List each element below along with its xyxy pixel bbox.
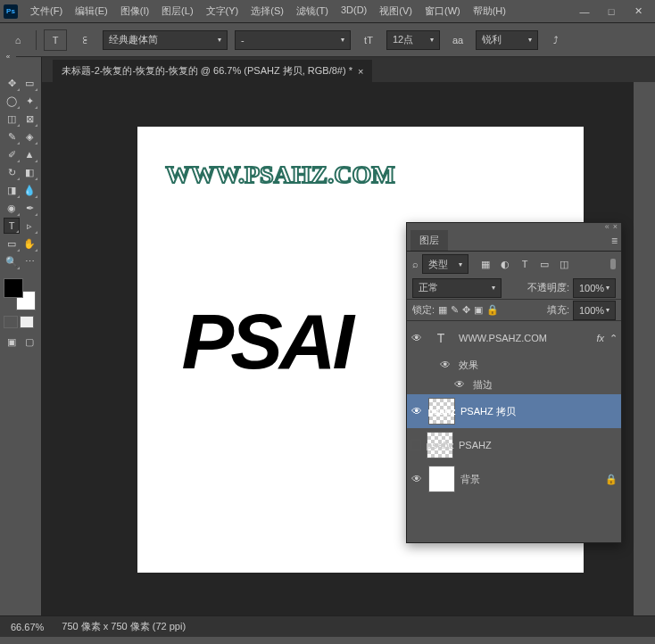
menu-window[interactable]: 窗口(W)	[419, 2, 466, 21]
stamp-tool[interactable]: ▲	[21, 146, 37, 162]
eraser-tool[interactable]: ◧	[21, 164, 37, 180]
lock-trans-icon[interactable]: ▦	[438, 304, 447, 316]
layer-name[interactable]: 背景	[460, 473, 480, 486]
lock-pixel-icon[interactable]: ✎	[451, 304, 459, 316]
tool-preset-icon[interactable]: T	[44, 29, 67, 51]
collapse-icon[interactable]: «	[605, 222, 609, 231]
layer-name[interactable]: WWW.PSAHZ.COM	[459, 333, 547, 343]
menu-view[interactable]: 视图(V)	[374, 2, 418, 21]
fx-stroke-row[interactable]: 👁 描边	[407, 375, 621, 394]
zoom-tool[interactable]: 🔍	[4, 253, 20, 269]
menu-select[interactable]: 选择(S)	[245, 2, 289, 21]
crop-tool[interactable]: ◫	[4, 111, 20, 127]
filter-shape-icon[interactable]: ▭	[538, 258, 551, 270]
move-tool[interactable]: ✥	[4, 75, 20, 91]
text-orient-icon[interactable]: ⫕	[74, 29, 95, 51]
mode-icon[interactable]: ▣	[4, 334, 20, 350]
visibility-icon[interactable]: 👁	[410, 332, 423, 344]
visibility-icon[interactable]: 👁	[453, 378, 466, 391]
fx-effect-row[interactable]: 👁 效果	[407, 355, 621, 375]
edit-toolbar[interactable]: ⋯	[21, 253, 37, 269]
menu-help[interactable]: 帮助(H)	[468, 2, 511, 21]
visibility-icon[interactable]	[410, 440, 421, 450]
shape-tool[interactable]: ▭	[4, 235, 20, 252]
layer-name[interactable]: PSAHZ	[459, 440, 492, 450]
lock-artboard-icon[interactable]: ▣	[474, 304, 483, 316]
home-icon[interactable]: ⌂	[7, 29, 29, 51]
font-style-dropdown[interactable]: ▾	[235, 30, 351, 50]
fill-dropdown[interactable]: 100%▾	[573, 301, 616, 320]
layers-tab[interactable]: 图层	[410, 230, 448, 251]
tab-close-icon[interactable]: ×	[358, 66, 363, 77]
quick-select-tool[interactable]: ✦	[21, 93, 37, 109]
antialias-dropdown[interactable]: ▾	[476, 30, 538, 50]
heal-tool[interactable]: ◈	[21, 128, 37, 144]
mode2-icon[interactable]: ▢	[21, 334, 37, 350]
lock-pos-icon[interactable]: ✥	[462, 304, 470, 316]
layer-thumbnail[interactable]	[428, 466, 455, 492]
font-size-dropdown[interactable]: ▾	[386, 30, 440, 50]
lock-all-icon[interactable]: 🔒	[486, 304, 499, 316]
visibility-icon[interactable]: 👁	[410, 405, 423, 417]
lasso-tool[interactable]: ◯	[4, 93, 20, 109]
titlebar: Ps 文件(F) 编辑(E) 图像(I) 图层(L) 文字(Y) 选择(S) 滤…	[0, 0, 655, 23]
filter-type-dropdown[interactable]: 类型▾	[422, 254, 468, 274]
maximize-button[interactable]: □	[598, 2, 625, 21]
filter-pixel-icon[interactable]: ▦	[479, 258, 492, 270]
menu-file[interactable]: 文件(F)	[25, 2, 68, 21]
document-tab[interactable]: 未标题-2-恢复的-恢复的-恢复的 @ 66.7% (PSAHZ 拷贝, RGB…	[53, 60, 372, 82]
collapse-toolbar-icon[interactable]: «	[0, 50, 16, 62]
doc-dimensions[interactable]: 750 像素 x 750 像素 (72 ppi)	[62, 620, 186, 633]
foreground-color-swatch[interactable]	[4, 278, 23, 298]
marquee-tool[interactable]: ▭	[21, 75, 37, 91]
layer-thumbnail[interactable]: psahz	[427, 432, 453, 458]
gradient-tool[interactable]: ◨	[4, 182, 20, 198]
menu-edit[interactable]: 编辑(E)	[70, 2, 113, 21]
layer-row[interactable]: 👁 psahz PSAHZ 拷贝	[407, 394, 621, 428]
panel-tabs: 图层 ≡	[407, 230, 621, 252]
zoom-value[interactable]: 66.67%	[11, 622, 44, 632]
visibility-icon[interactable]: 👁	[410, 473, 423, 485]
menu-filter[interactable]: 滤镜(T)	[291, 2, 334, 21]
layer-row[interactable]: 👁 背景 🔒	[407, 462, 621, 496]
quickmask-icon[interactable]	[4, 316, 18, 328]
layer-row[interactable]: 👁 T WWW.PSAHZ.COM fx ⌃	[407, 321, 621, 355]
filter-toggle[interactable]	[610, 259, 616, 269]
color-swatches[interactable]	[4, 278, 36, 310]
menu-3d[interactable]: 3D(D)	[336, 2, 372, 21]
panel-handle[interactable]: «×	[407, 223, 621, 230]
expand-fx-icon[interactable]: ⌃	[609, 333, 618, 344]
filter-type-icon[interactable]: T	[518, 258, 531, 270]
font-family-dropdown[interactable]: ▾	[103, 30, 228, 50]
frame-tool[interactable]: ⊠	[21, 111, 37, 127]
hand-tool[interactable]: ✋	[21, 235, 37, 252]
layer-thumbnail[interactable]: psahz	[428, 398, 455, 425]
layer-name[interactable]: PSAHZ 拷贝	[460, 405, 516, 418]
menu-type[interactable]: 文字(Y)	[201, 2, 245, 21]
fx-badge[interactable]: fx	[596, 333, 604, 343]
blur-tool[interactable]: 💧	[21, 182, 37, 198]
history-brush-tool[interactable]: ↻	[4, 164, 20, 180]
filter-adjust-icon[interactable]: ◐	[499, 258, 511, 270]
layer-row[interactable]: psahz PSAHZ	[407, 428, 621, 462]
type-tool[interactable]: T	[4, 218, 20, 234]
minimize-button[interactable]: —	[571, 2, 598, 21]
opacity-dropdown[interactable]: 100%▾	[573, 278, 616, 298]
panel-menu-icon[interactable]: ≡	[611, 235, 618, 247]
filter-smart-icon[interactable]: ◫	[558, 258, 570, 270]
menu-layer[interactable]: 图层(L)	[156, 2, 198, 21]
blend-mode-dropdown[interactable]: 正常▾	[412, 278, 502, 298]
pen-tool[interactable]: ✒	[21, 200, 37, 216]
visibility-icon[interactable]: 👁	[439, 359, 452, 371]
eyedropper-tool[interactable]: ✎	[4, 128, 20, 144]
path-select-tool[interactable]: ▹	[21, 218, 37, 234]
screenmode-icon[interactable]	[20, 316, 34, 328]
app-logo[interactable]: Ps	[4, 4, 18, 19]
menu-image[interactable]: 图像(I)	[115, 2, 154, 21]
close-button[interactable]: ✕	[625, 2, 651, 21]
close-panel-icon[interactable]: ×	[613, 222, 618, 231]
share-icon[interactable]: ⤴	[545, 29, 567, 51]
search-icon[interactable]: ⌕	[412, 259, 419, 269]
brush-tool[interactable]: ✐	[4, 146, 20, 162]
dodge-tool[interactable]: ◉	[4, 200, 20, 216]
